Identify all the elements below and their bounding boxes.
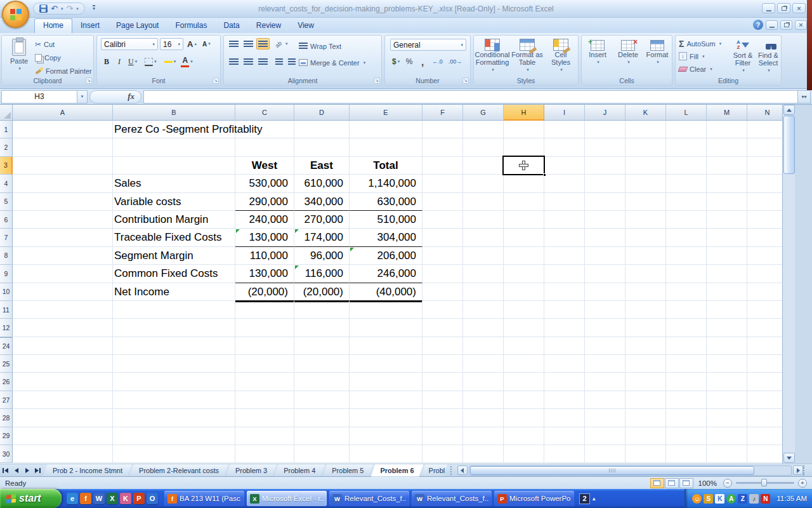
cell-G2[interactable] — [463, 138, 504, 156]
column-header-K[interactable]: K — [625, 105, 666, 121]
cell-L8[interactable] — [666, 247, 707, 265]
cell-C27[interactable] — [235, 391, 294, 409]
cell-E12[interactable] — [350, 319, 422, 337]
cell-E26[interactable] — [350, 373, 422, 391]
cell-M27[interactable] — [707, 391, 747, 409]
cell-I25[interactable] — [544, 355, 585, 373]
cell-G12[interactable] — [463, 319, 504, 337]
cell-M4[interactable] — [707, 175, 747, 192]
cell-B26[interactable] — [113, 373, 235, 391]
row-header-1[interactable]: 1 — [0, 121, 13, 138]
workbook-minimize-button[interactable] — [766, 20, 778, 30]
cell-K7[interactable] — [625, 229, 666, 246]
helper-2-icon[interactable]: 2 — [579, 493, 590, 504]
cell-C9[interactable]: 130,000 — [235, 265, 294, 283]
sort-filter-button[interactable]: AZ Sort & Filter ▾ — [730, 37, 756, 74]
row-header-11[interactable]: 11 — [0, 301, 13, 319]
cell-C29[interactable] — [235, 427, 294, 445]
task-button-relevant-costs-f[interactable]: WRelevant_Costs_f... — [329, 491, 409, 506]
cell-A10[interactable] — [13, 283, 113, 301]
cell-B4[interactable]: Sales — [113, 175, 235, 192]
cell-I26[interactable] — [544, 373, 585, 391]
column-header-G[interactable]: G — [463, 105, 504, 121]
cell-K9[interactable] — [625, 265, 666, 283]
cell-I1[interactable] — [544, 121, 585, 138]
cell-F2[interactable] — [422, 138, 463, 156]
cell-C3[interactable]: West — [235, 157, 294, 175]
grow-font-button[interactable]: A▴ — [185, 38, 199, 50]
cell-B25[interactable] — [113, 355, 235, 373]
cut-button[interactable]: ✂Cut — [35, 39, 92, 50]
column-header-B[interactable]: B — [113, 105, 235, 121]
cell-J24[interactable] — [585, 337, 625, 355]
cell-L11[interactable] — [666, 301, 707, 319]
cell-G26[interactable] — [463, 373, 504, 391]
decrease-decimal-button[interactable]: .00→ — [447, 56, 464, 67]
cell-B6[interactable]: Contribution Margin — [113, 211, 235, 229]
minimize-button[interactable] — [762, 3, 775, 13]
cell-F4[interactable] — [422, 175, 463, 192]
cell-C7[interactable]: 130,000 — [235, 229, 294, 246]
cell-E3[interactable]: Total — [350, 157, 422, 175]
tray-norton-icon[interactable]: N — [761, 494, 770, 504]
cell-M3[interactable] — [707, 157, 747, 175]
cell-K5[interactable] — [625, 193, 666, 211]
selected-cell-H3[interactable] — [502, 156, 545, 175]
cell-K12[interactable] — [625, 319, 666, 337]
fill-color-button[interactable]: ▾ — [162, 56, 178, 67]
cell-G8[interactable] — [463, 247, 504, 265]
row-header-12[interactable]: 12 — [0, 319, 13, 337]
cell-B2[interactable] — [113, 138, 235, 156]
cell-C4[interactable]: 530,000 — [235, 175, 294, 192]
cell-E30[interactable] — [350, 445, 422, 463]
cell-H7[interactable] — [504, 229, 544, 246]
ribbon-tab-home[interactable]: Home — [34, 18, 72, 33]
task-button-microsoft-excel-r[interactable]: XMicrosoft Excel - r... — [247, 491, 327, 506]
cell-M25[interactable] — [707, 355, 747, 373]
cell-F25[interactable] — [422, 355, 463, 373]
previous-sheet-button[interactable] — [11, 465, 22, 476]
row-header-24[interactable]: 24 — [0, 337, 13, 355]
task-button-relevant-costs-f[interactable]: WRelevant_Costs_f... — [412, 491, 492, 506]
cell-H6[interactable] — [504, 211, 544, 229]
cell-C11[interactable] — [235, 301, 294, 319]
vertical-scroll-thumb[interactable] — [783, 116, 795, 174]
cell-D24[interactable] — [294, 337, 350, 355]
tray-zonealarm-icon[interactable]: Z — [738, 494, 747, 504]
cell-G3[interactable] — [463, 157, 504, 175]
cell-C5[interactable]: 290,000 — [235, 193, 294, 211]
first-sheet-button[interactable] — [0, 465, 11, 476]
sheet-tab-problem-4[interactable]: Problem 4 — [274, 464, 325, 477]
cell-E6[interactable]: 510,000 — [350, 211, 422, 229]
cell-C26[interactable] — [235, 373, 294, 391]
cell-D28[interactable] — [294, 409, 350, 427]
cell-C30[interactable] — [235, 445, 294, 463]
sheet-tab-problem-5[interactable]: Problem 5 — [322, 464, 373, 477]
cell-G5[interactable] — [463, 193, 504, 211]
workbook-restore-button[interactable] — [780, 20, 792, 30]
cell-F8[interactable] — [422, 247, 463, 265]
column-header-L[interactable]: L — [666, 105, 707, 121]
quicklaunch-outlook-icon[interactable]: O — [147, 493, 158, 504]
bottom-align-button[interactable] — [256, 38, 270, 50]
row-header-6[interactable]: 6 — [0, 211, 13, 229]
cell-I30[interactable] — [544, 445, 585, 463]
cell-J29[interactable] — [585, 427, 625, 445]
cell-A2[interactable] — [13, 138, 113, 156]
cell-M29[interactable] — [707, 427, 747, 445]
cell-C6[interactable]: 240,000 — [235, 211, 294, 229]
cell-I9[interactable] — [544, 265, 585, 283]
cell-F26[interactable] — [422, 373, 463, 391]
workbook-close-button[interactable]: × — [795, 20, 807, 30]
last-sheet-button[interactable] — [32, 465, 43, 476]
row-header-2[interactable]: 2 — [0, 138, 13, 156]
alignment-dialog-launcher[interactable]: ↘ — [374, 77, 380, 84]
cell-I5[interactable] — [544, 193, 585, 211]
undo-icon[interactable]: ↶ — [51, 4, 58, 13]
cell-C24[interactable] — [235, 337, 294, 355]
zoom-in-button[interactable]: + — [798, 479, 807, 488]
cell-K25[interactable] — [625, 355, 666, 373]
row-header-25[interactable]: 25 — [0, 355, 13, 373]
cell-J26[interactable] — [585, 373, 625, 391]
percent-button[interactable]: % — [403, 56, 415, 67]
